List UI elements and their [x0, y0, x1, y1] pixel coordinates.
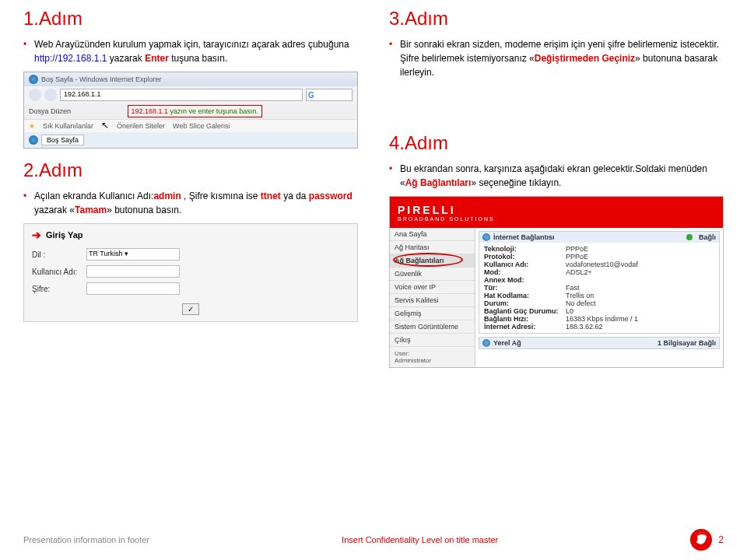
address-input[interactable]: 192.168.1.1 [60, 89, 303, 101]
kv-val: 16383 Kbps İndirme / 1 [566, 315, 638, 323]
ie-address-row: 192.168.1.1 G [24, 86, 357, 103]
step4-title: 4.Adım [389, 132, 724, 154]
ie-menu[interactable]: Dosya Düzen [29, 107, 71, 115]
kv-key: Teknoloji: [484, 245, 566, 253]
login-panel: ➔ Giriş Yap Dil : TR Turkish ▾ Kullanıcı… [23, 223, 358, 322]
step3-text: Bir sonraki ekran sizden, modeme erişim … [389, 37, 724, 79]
user-input[interactable] [86, 265, 180, 278]
nav-sistem[interactable]: Sistem Görüntüleme [390, 320, 475, 334]
nav-gelismis[interactable]: Gelişmiş [390, 307, 475, 320]
s2-mid1: , Şifre kısmına ise [181, 191, 261, 201]
nav-agbaglantilari[interactable]: Ağ Bağlantıları [390, 254, 475, 268]
kv-row: Baglanti Güç Durumu:L0 [484, 307, 714, 315]
kv-row: Teknoloji:PPPoE [484, 245, 714, 253]
pirelli-brand: PIRELLI [398, 204, 495, 216]
s4-btn: Ağ Bağlantıları [405, 177, 472, 188]
login-header: ➔ Giriş Yap [24, 224, 357, 246]
kv-row: Tür:Fast [484, 284, 714, 292]
s2-admin: admin [153, 191, 181, 201]
step1-pre: Web Arayüzünden kurulum yapmak için, tar… [34, 39, 349, 50]
user-label: Kullanıcı Adı: [32, 268, 86, 276]
search-box[interactable]: G [306, 89, 352, 101]
s2-mid2: ya da [281, 191, 309, 201]
lang-select[interactable]: TR Turkish ▾ [86, 248, 180, 261]
s2-pre: Açılan ekranda Kullanıcı Adı: [34, 191, 153, 201]
s2-mid3: yazarak « [34, 205, 75, 215]
vodafone-logo [690, 529, 712, 551]
kv-row: İnternet Adresi:188.3.62.62 [484, 323, 714, 331]
s2-post: » butonuna basın. [107, 205, 181, 215]
kv-key: Mod: [484, 268, 566, 276]
kv-key: İnternet Adresi: [484, 323, 566, 331]
fav2[interactable]: Önerilen Siteler [117, 122, 165, 130]
kv-key: Tür: [484, 284, 566, 292]
forward-button[interactable] [44, 89, 57, 101]
ie-tab-row: Boş Sayfa [24, 132, 357, 148]
tab-ie-icon [29, 135, 38, 145]
router-header: PIRELLI BROADBAND SOLUTIONS [390, 197, 723, 228]
step4-text: Bu ekrandan sonra, karşınıza aşağıdaki e… [389, 162, 724, 190]
panel-lan-header: Yerel Ağ 1 Bilgisayar Bağlı [479, 338, 719, 348]
nav-cikis[interactable]: Çıkış [390, 334, 475, 347]
pass-label: Şifre: [32, 285, 86, 293]
pass-input[interactable] [86, 282, 180, 295]
nav-agharitasi[interactable]: Ağ Haritası [390, 241, 475, 254]
ie-tab[interactable]: Boş Sayfa [41, 135, 84, 145]
kv-key: Durum: [484, 299, 566, 307]
nav-servis[interactable]: Servis Kalitesi [390, 294, 475, 307]
kv-key: Protokol: [484, 253, 566, 261]
router-main: İnternet Bağlantısı Bağlı Teknoloji:PPPo… [475, 228, 723, 367]
globe-icon [482, 233, 490, 241]
ie-title: Boş Sayfa - Windows Internet Explorer [41, 75, 162, 83]
fav-label[interactable]: Sık Kullanılanlar [43, 122, 93, 130]
kv-row: Durum:No defect [484, 299, 714, 307]
kv-key: Annex Mod: [484, 276, 566, 284]
step3-title: 3.Adım [389, 8, 724, 30]
star-icon: ★ [29, 122, 35, 130]
step1-mid: yazarak [110, 53, 145, 64]
login-row-lang: Dil : TR Turkish ▾ [24, 246, 357, 263]
back-button[interactable] [29, 89, 41, 101]
kv-key: Baglanti Güç Durumu: [484, 307, 566, 315]
kv-val: Fast [566, 284, 580, 292]
address-callout: 192.168.1.1 yazın ve enter tuşuna basın. [128, 107, 262, 115]
kv-val: PPPoE [566, 245, 588, 253]
page-number: 2 [718, 534, 724, 545]
callout-hint: yazın ve enter tuşuna basın. [170, 107, 258, 115]
footer-left: Presentation information in footer [23, 535, 149, 544]
nav-guvenlik[interactable]: Güvenlik [390, 268, 475, 281]
nav-voip[interactable]: Voice over IP [390, 281, 475, 294]
panel1-title: İnternet Bağlantısı [493, 233, 555, 241]
kv-key: Hat Kodlama: [484, 292, 566, 299]
user-lbl: User: [395, 350, 409, 357]
step2-title: 2.Adım [23, 159, 358, 181]
panel1-body: Teknoloji:PPPoEProtokol:PPPoEKullanıcı A… [479, 243, 719, 333]
login-title: Giriş Yap [46, 230, 83, 240]
step1-text: Web Arayüzünden kurulum yapmak için, tar… [23, 37, 358, 65]
panel2-title: Yerel Ağ [493, 339, 521, 347]
panel-internet: İnternet Bağlantısı Bağlı Teknoloji:PPPo… [479, 231, 720, 334]
ie-titlebar: Boş Sayfa - Windows Internet Explorer [24, 72, 357, 86]
kv-row: Mod:ADSL2+ [484, 268, 714, 276]
router-nav: Ana Sayfa Ağ Haritası Ağ Bağlantıları Gü… [390, 228, 475, 367]
panel-lan: Yerel Ağ 1 Bilgisayar Bağlı [479, 337, 720, 349]
kv-row: Protokol:PPPoE [484, 253, 714, 261]
login-row-pass: Şifre: [24, 280, 357, 297]
s2-password: password [309, 191, 352, 201]
kv-val: L0 [566, 307, 573, 315]
ie-browser-mock: Boş Sayfa - Windows Internet Explorer 19… [23, 72, 358, 149]
login-submit[interactable]: ✓ [182, 303, 199, 315]
nav-anasayfa[interactable]: Ana Sayfa [390, 228, 475, 241]
callout-addr: 192.168.1.1 [132, 107, 169, 115]
slide-footer: Presentation information in footer Inser… [0, 529, 747, 551]
panel1-status: Bağlı [699, 233, 716, 241]
ie-icon [29, 75, 38, 84]
lan-icon [482, 339, 490, 347]
step2-text: Açılan ekranda Kullanıcı Adı:admin , Şif… [23, 189, 358, 217]
fav3[interactable]: Web Slice Galerisi [173, 122, 230, 130]
kv-val: PPPoE [566, 253, 588, 261]
kv-val: 188.3.62.62 [566, 323, 603, 331]
panel-internet-header: İnternet Bağlantısı Bağlı [479, 232, 719, 243]
lang-label: Dil : [32, 250, 86, 259]
ie-fav-row: ★ Sık Kullanılanlar Önerilen Siteler Web… [24, 119, 357, 132]
